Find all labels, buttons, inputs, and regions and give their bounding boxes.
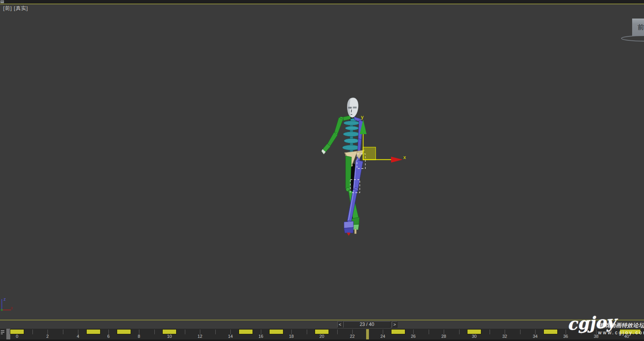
frame-tick (581, 330, 581, 334)
world-axis-tripod: z x (1, 297, 13, 311)
timeline-key[interactable] (391, 329, 405, 334)
frame-label: 8 (138, 334, 140, 339)
frame-tick (307, 330, 307, 334)
foot-pivot-arrow (347, 233, 351, 236)
frame-label: 0 (16, 334, 18, 339)
frame-label: 20 (319, 334, 324, 339)
frame-tick (429, 330, 429, 334)
left-foot-peg (355, 229, 357, 234)
frame-tick (337, 330, 338, 334)
world-axis-x-label: x (11, 305, 13, 310)
frame-tick (459, 330, 460, 334)
frame-tick (154, 330, 155, 334)
frame-label: 10 (167, 334, 172, 339)
timeline-key[interactable] (86, 329, 101, 334)
trackbar-menu-icon[interactable] (1, 330, 5, 337)
time-slider-row: < 23 / 40 > (0, 320, 644, 328)
timeline-key[interactable] (543, 329, 558, 334)
world-axis-y-dot (1, 309, 3, 311)
previous-frame-button[interactable]: < (337, 321, 343, 328)
viewport-label[interactable]: [前] [真实] (3, 5, 28, 12)
frame-label: 4 (77, 334, 79, 339)
viewcube-ring[interactable] (621, 36, 644, 41)
mouth-line (351, 114, 352, 115)
next-frame-button[interactable]: > (392, 321, 397, 328)
gizmo-x-arrowhead[interactable] (391, 157, 403, 163)
frame-tick (490, 330, 490, 334)
move-gizmo[interactable]: y x (360, 114, 406, 163)
frame-label: 16 (258, 334, 263, 339)
left-eye (348, 107, 352, 109)
frame-tick (32, 330, 33, 334)
nose-line (351, 110, 352, 112)
character-rig[interactable]: y x (321, 98, 406, 236)
gizmo-y-label: y (361, 114, 364, 120)
frame-label: 32 (502, 334, 507, 339)
time-slider-grip[interactable]: 23 / 40 (343, 321, 391, 328)
frame-label: 24 (380, 334, 385, 339)
scene-canvas[interactable]: z x (0, 0, 644, 320)
frame-label: 18 (289, 334, 294, 339)
viewcube-face-label: 前 (638, 23, 644, 32)
timeline-key[interactable] (467, 329, 481, 334)
timeline-key[interactable] (619, 329, 641, 334)
right-eye (353, 107, 357, 109)
timeline-key[interactable] (10, 329, 24, 334)
viewcube[interactable]: 前 (632, 19, 644, 36)
frame-label: 26 (411, 334, 416, 339)
gizmo-xy-plane-handle[interactable] (363, 147, 376, 160)
frame-tick (520, 330, 521, 334)
frame-label: 34 (533, 334, 538, 339)
current-frame-marker[interactable] (366, 329, 369, 339)
frame-tick (215, 330, 216, 334)
timeline-key[interactable] (239, 329, 253, 334)
frame-tick (63, 330, 63, 334)
timeline-key[interactable] (117, 329, 131, 334)
frame-label: 40 (624, 334, 629, 339)
frame-label: 12 (198, 334, 202, 339)
application-window: z x (0, 0, 644, 341)
frame-label: 2 (46, 334, 49, 339)
bottom-edge-strip (0, 339, 644, 341)
frame-label: 6 (107, 334, 110, 339)
frame-label: 28 (441, 334, 446, 339)
timeline-key[interactable] (162, 329, 177, 334)
frame-tick (185, 330, 185, 334)
frame-tick (612, 330, 612, 334)
frame-label: 22 (350, 334, 355, 339)
frame-label: 38 (594, 334, 598, 339)
frame-label: 30 (472, 334, 477, 339)
frame-label: 14 (228, 334, 233, 339)
track-bar[interactable]: 0246810121416182022242628303234363840 (0, 328, 644, 340)
timeline-key[interactable] (269, 329, 283, 334)
gizmo-x-label: x (403, 154, 406, 160)
head-bone[interactable] (347, 98, 358, 117)
timeline-key[interactable] (315, 329, 329, 334)
world-axis-z-label: z (4, 297, 6, 301)
frame-label: 36 (563, 334, 568, 339)
